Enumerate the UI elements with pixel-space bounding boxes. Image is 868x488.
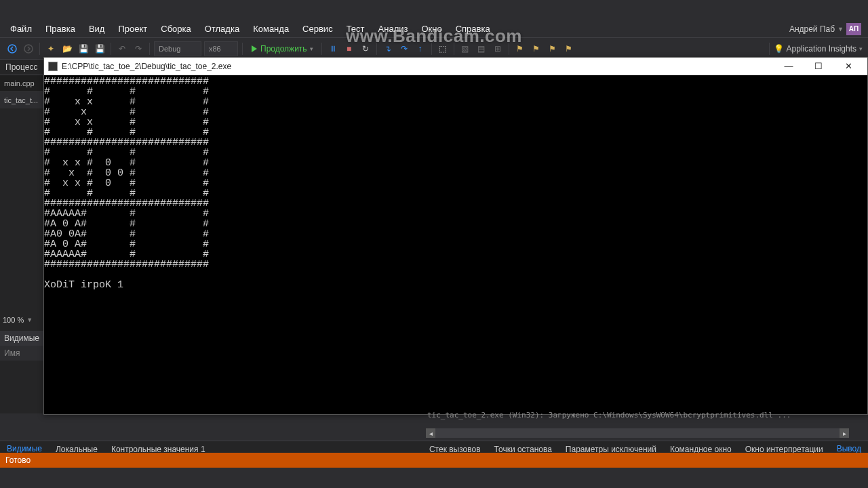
console-window: E:\CPP\tic_tac_toe_2\Debug\tic_tac_toe_2… (43, 57, 868, 415)
menu-item[interactable]: Тест (340, 21, 371, 37)
svg-point-1 (24, 45, 33, 53)
console-title-text: E:\CPP\tic_tac_toe_2\Debug\tic_tac_toe_2… (62, 62, 231, 71)
maximize-button[interactable]: ☐ (804, 58, 833, 75)
bookmark-icon[interactable]: ⚑ (513, 42, 527, 56)
menu-item[interactable]: Проект (112, 21, 153, 37)
continue-button[interactable]: Продолжить ▾ (247, 44, 317, 54)
platform-combo[interactable]: x86 (204, 41, 238, 56)
status-bar: Готово (0, 453, 868, 468)
bookmark-next-icon[interactable]: ⚑ (546, 42, 559, 56)
nav-back-icon[interactable] (5, 42, 19, 56)
user-dropdown-icon[interactable]: ▼ (837, 26, 844, 33)
menu-item[interactable]: Справка (450, 21, 496, 37)
user-name-label: Андрей Паб (789, 24, 835, 34)
editor-tab-second[interactable]: tic_tac_t... (0, 92, 43, 108)
hex-icon[interactable]: ⬚ (436, 42, 450, 56)
app-insights-button[interactable]: 💡 Application Insights ▾ (774, 44, 863, 54)
menu-item[interactable]: Отладка (199, 21, 245, 37)
redo-icon: ↷ (132, 42, 145, 56)
restart-icon[interactable]: ↻ (359, 42, 372, 56)
zoom-combo[interactable]: 100 %▼ (0, 313, 43, 327)
svg-point-0 (8, 45, 16, 53)
console-titlebar[interactable]: E:\CPP\tic_tac_toe_2\Debug\tic_tac_toe_2… (44, 58, 867, 75)
menu-item[interactable]: Вид (83, 21, 111, 37)
pause-icon[interactable]: ⏸ (326, 42, 340, 56)
console-app-icon (48, 62, 58, 71)
minimize-button[interactable]: — (774, 58, 804, 75)
menu-item[interactable]: Анализ (372, 21, 414, 37)
menu-item[interactable]: Команда (247, 21, 295, 37)
locals-panel-header: Видимые (0, 331, 43, 346)
toolbox3-icon: ⊞ (491, 42, 505, 56)
save-all-icon[interactable]: 💾 (93, 42, 106, 56)
bookmark-prev-icon[interactable]: ⚑ (530, 42, 543, 56)
menu-item[interactable]: Окно (415, 21, 448, 37)
bookmark-clear-icon[interactable]: ⚑ (562, 42, 576, 56)
save-icon[interactable]: 💾 (77, 42, 90, 56)
config-combo[interactable]: Debug (154, 41, 201, 56)
close-button[interactable]: ✕ (833, 58, 863, 75)
step-into-icon[interactable]: ↴ (381, 42, 395, 56)
step-over-icon[interactable]: ↷ (397, 42, 411, 56)
editor-tab-main[interactable]: main.cpp (0, 75, 43, 92)
undo-icon: ↶ (115, 42, 129, 56)
menu-bar: ФайлПравкаВидПроектСборкаОтладкаКомандаС… (0, 20, 868, 38)
output-hscrollbar[interactable]: ◂▸ (426, 428, 849, 438)
toolbox1-icon: ▧ (458, 42, 472, 56)
process-label: Процесс (5, 62, 37, 72)
new-file-icon[interactable]: ✦ (44, 42, 58, 56)
console-output: ########################### # # # # # x … (44, 75, 867, 414)
menu-item[interactable]: Правка (39, 21, 81, 37)
open-file-icon[interactable]: 📂 (60, 42, 74, 56)
step-out-icon[interactable]: ↑ (414, 42, 427, 56)
locals-name-column: Имя (0, 346, 43, 361)
output-panel-text: tic_tac_toe_2.exe (Win32): Загружено C:\… (427, 411, 848, 420)
stop-icon[interactable]: ■ (342, 42, 356, 56)
menu-item[interactable]: Сборка (155, 21, 197, 37)
menu-item[interactable]: Файл (4, 21, 38, 37)
nav-forward-icon (22, 42, 35, 56)
menu-item[interactable]: Сервис (296, 21, 339, 37)
bulb-icon: 💡 (774, 44, 784, 54)
user-avatar-badge[interactable]: АП (846, 23, 861, 35)
status-ready-label: Готово (5, 455, 31, 465)
toolbox2-icon: ▤ (475, 42, 488, 56)
